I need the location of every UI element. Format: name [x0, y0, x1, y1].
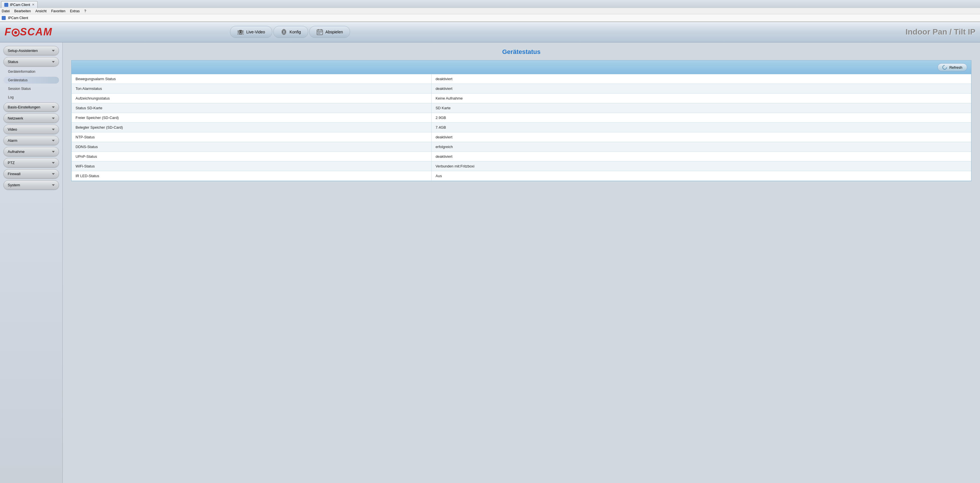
- sidebar-aufnahme-arrow: [52, 151, 55, 153]
- table-cell-value: 7.4GB: [431, 123, 971, 132]
- table-cell-label: Belegter Speicher (SD-Card): [72, 123, 431, 132]
- table-cell-value: 2.9GB: [431, 113, 971, 123]
- refresh-label: Refresh: [949, 65, 963, 70]
- sidebar-alarm-arrow: [52, 140, 55, 142]
- table-row: Status SD-Karte SD Karte: [72, 103, 971, 113]
- sidebar-sub-geraetestatus[interactable]: Gerätestatus: [3, 77, 59, 84]
- refresh-button[interactable]: Refresh: [937, 63, 967, 71]
- table-row: Ton Alarmstatus deaktiviert: [72, 84, 971, 94]
- tab-live-video-label: Live-Video: [246, 30, 265, 34]
- menu-help[interactable]: ?: [84, 9, 86, 13]
- sidebar-item-status[interactable]: Status: [3, 57, 59, 67]
- logo-o: [12, 29, 20, 37]
- svg-point-4: [283, 31, 285, 33]
- tab-abspielen-label: Abspielen: [326, 30, 343, 34]
- sidebar-item-basis[interactable]: Basis-Einstellungen: [3, 102, 59, 112]
- tab-bar: IPCam Client ✕: [0, 0, 980, 8]
- table-row: UPnP-Status deaktiviert: [72, 152, 971, 161]
- sidebar-item-ptz[interactable]: PTZ: [3, 158, 59, 167]
- table-header-row: Refresh: [72, 61, 971, 74]
- table-row: NTP-Status deaktiviert: [72, 132, 971, 142]
- sidebar-alarm-label: Alarm: [8, 139, 18, 143]
- table-row: DDNS-Status erfolgreich: [72, 142, 971, 152]
- tab-icon: [4, 3, 8, 7]
- table-cell-label: Freier Speicher (SD-Card): [72, 113, 431, 123]
- sidebar-status-label: Status: [8, 60, 18, 64]
- table-cell-value: Verbunden mit:Fritzboxi: [431, 161, 971, 171]
- sidebar-setup-label: Setup-Assistenten: [8, 48, 38, 53]
- table-row: Belegter Speicher (SD-Card) 7.4GB: [72, 123, 971, 132]
- calendar-icon: [317, 29, 323, 35]
- address-text: IPCam Client: [8, 16, 28, 20]
- status-table: Bewegungsalarm Status deaktiviert Ton Al…: [72, 74, 971, 181]
- logo-area: FSCAM: [5, 26, 62, 38]
- sidebar-item-alarm[interactable]: Alarm: [3, 136, 59, 145]
- menu-favoriten[interactable]: Favoriten: [51, 9, 65, 13]
- sidebar-item-netzwerk[interactable]: Netzwerk: [3, 113, 59, 123]
- sidebar-item-system[interactable]: System: [3, 180, 59, 190]
- menu-extras[interactable]: Extras: [70, 9, 80, 13]
- tab-close-button[interactable]: ✕: [32, 3, 35, 6]
- sidebar-netzwerk-label: Netzwerk: [8, 116, 23, 120]
- tab-abspielen[interactable]: Abspielen: [309, 26, 350, 38]
- sidebar-firewall-label: Firewall: [8, 172, 21, 176]
- table-cell-value: deaktiviert: [431, 152, 971, 161]
- table-cell-value: Keine Aufnahme: [431, 94, 971, 103]
- table-cell-label: Status SD-Karte: [72, 103, 431, 113]
- top-header: FSCAM Live-Video: [0, 22, 980, 43]
- sidebar-firewall-arrow: [52, 173, 55, 175]
- table-cell-label: UPnP-Status: [72, 152, 431, 161]
- sidebar-video-label: Video: [8, 127, 17, 132]
- sidebar-item-setup[interactable]: Setup-Assistenten: [3, 46, 59, 55]
- table-row: Freier Speicher (SD-Card) 2.9GB: [72, 113, 971, 123]
- page-title-area: Indoor Pan / Tilt IP: [519, 27, 975, 37]
- camera-icon: [237, 29, 244, 35]
- sidebar-ptz-label: PTZ: [8, 161, 15, 165]
- table-row: IR LED-Status Aus: [72, 171, 971, 181]
- sidebar-item-firewall[interactable]: Firewall: [3, 169, 59, 179]
- status-table-wrapper: Refresh Bewegungsalarm Status deaktivier…: [71, 60, 972, 181]
- sidebar-basis-label: Basis-Einstellungen: [8, 105, 40, 109]
- sidebar-sub-log[interactable]: Log: [3, 94, 59, 101]
- refresh-icon: [942, 64, 948, 71]
- browser-chrome: IPCam Client ✕ Datei Bearbeiten Ansicht …: [0, 0, 980, 22]
- table-cell-label: IR LED-Status: [72, 171, 431, 181]
- table-cell-value: deaktiviert: [431, 74, 971, 84]
- tab-live-video[interactable]: Live-Video: [230, 26, 272, 38]
- page-title: Indoor Pan / Tilt IP: [905, 27, 975, 36]
- browser-tab[interactable]: IPCam Client ✕: [1, 1, 38, 8]
- sidebar-item-aufnahme[interactable]: Aufnahme: [3, 147, 59, 156]
- tab-label: IPCam Client: [10, 3, 30, 7]
- table-row: WiFi-Status Verbunden mit:Fritzboxi: [72, 161, 971, 171]
- address-bar: IPCam Client: [0, 14, 980, 22]
- sidebar-system-label: System: [8, 183, 20, 187]
- menu-datei[interactable]: Datei: [2, 9, 10, 13]
- svg-rect-10: [319, 32, 320, 32]
- table-row: Aufzeichnungsstatus Keine Aufnahme: [72, 94, 971, 103]
- sidebar-basis-arrow: [52, 107, 55, 108]
- sidebar-video-arrow: [52, 129, 55, 131]
- nav-tabs: Live-Video Konfig: [62, 26, 519, 38]
- sidebar-sub-session-status[interactable]: Session Status: [3, 85, 59, 92]
- menu-ansicht[interactable]: Ansicht: [35, 9, 46, 13]
- tab-konfig[interactable]: Konfig: [274, 26, 308, 38]
- gear-icon: [280, 29, 287, 35]
- table-cell-value: Aus: [431, 171, 971, 181]
- table-cell-value: deaktiviert: [431, 84, 971, 94]
- sidebar-ptz-arrow: [52, 162, 55, 164]
- sidebar-item-video[interactable]: Video: [3, 125, 59, 134]
- table-cell-label: NTP-Status: [72, 132, 431, 142]
- sidebar-sub-geraeteinformation[interactable]: Geräteinformation: [3, 68, 59, 75]
- table-cell-label: Bewegungsalarm Status: [72, 74, 431, 84]
- menu-bar: Datei Bearbeiten Ansicht Favoriten Extra…: [0, 8, 980, 14]
- table-cell-label: WiFi-Status: [72, 161, 431, 171]
- app-container: FSCAM Live-Video: [0, 22, 980, 483]
- table-cell-label: Ton Alarmstatus: [72, 84, 431, 94]
- svg-rect-13: [319, 33, 320, 33]
- svg-rect-12: [318, 33, 319, 33]
- menu-bearbeiten[interactable]: Bearbeiten: [14, 9, 31, 13]
- table-cell-value: erfolgreich: [431, 142, 971, 152]
- table-row: Bewegungsalarm Status deaktiviert: [72, 74, 971, 84]
- sidebar-netzwerk-arrow: [52, 118, 55, 119]
- table-cell-label: Aufzeichnungsstatus: [72, 94, 431, 103]
